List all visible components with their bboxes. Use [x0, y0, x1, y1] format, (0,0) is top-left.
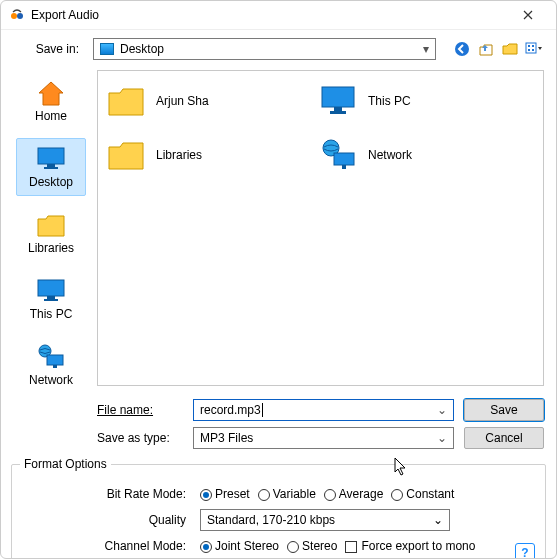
svg-rect-3 — [526, 43, 536, 53]
sidebar-item-label: Desktop — [29, 175, 73, 189]
network-icon — [318, 137, 358, 173]
svg-rect-22 — [342, 165, 346, 169]
up-one-level-button[interactable] — [476, 39, 496, 59]
svg-rect-18 — [334, 107, 342, 111]
svg-rect-7 — [532, 49, 534, 51]
sidebar-item-libraries[interactable]: Libraries — [16, 204, 86, 262]
sidebar-item-thispc[interactable]: This PC — [16, 270, 86, 328]
chevron-down-icon: ⌄ — [433, 513, 443, 527]
bitrate-label: Bit Rate Mode: — [24, 487, 192, 501]
filename-input[interactable]: record.mp3 ⌄ — [193, 399, 454, 421]
channel-radio-stereo[interactable]: Stereo — [287, 539, 337, 553]
file-item-network[interactable]: Network — [318, 137, 518, 173]
savetype-dropdown[interactable]: MP3 Files ⌄ — [193, 427, 454, 449]
desktop-icon — [35, 145, 67, 173]
sidebar-item-network[interactable]: Network — [16, 336, 86, 394]
svg-rect-16 — [53, 365, 57, 368]
quality-label: Quality — [24, 513, 192, 527]
channel-row: Channel Mode: Joint Stereo Stereo Force … — [24, 533, 533, 559]
filename-form: File name: record.mp3 ⌄ Save Save as typ… — [1, 394, 556, 460]
save-in-label: Save in: — [13, 42, 85, 56]
filename-value: record.mp3 — [200, 403, 263, 417]
sidebar-item-label: This PC — [30, 307, 73, 321]
svg-rect-10 — [44, 167, 58, 169]
close-button[interactable] — [508, 1, 548, 29]
desktop-icon — [100, 43, 114, 55]
cursor-icon — [393, 457, 409, 477]
format-options-group: Format Options Bit Rate Mode: Preset Var… — [11, 464, 546, 559]
quality-dropdown[interactable]: Standard, 170-210 kbps ⌄ — [200, 509, 450, 531]
file-item-thispc[interactable]: This PC — [318, 83, 518, 119]
places-sidebar: Home Desktop Libraries This PC Network — [13, 66, 89, 394]
channel-radio-joint[interactable]: Joint Stereo — [200, 539, 279, 553]
svg-rect-15 — [47, 355, 63, 365]
network-icon — [35, 343, 67, 371]
file-item-folder[interactable]: Arjun Sha — [106, 83, 306, 119]
bitrate-radio-average[interactable]: Average — [324, 487, 383, 501]
bitrate-row: Bit Rate Mode: Preset Variable Average C… — [24, 481, 533, 507]
sidebar-item-home[interactable]: Home — [16, 72, 86, 130]
save-in-bar: Save in: Desktop ▾ — [1, 30, 556, 66]
svg-rect-11 — [38, 280, 64, 296]
file-list[interactable]: Arjun Sha This PC Libraries Network — [97, 70, 544, 386]
body-area: Home Desktop Libraries This PC Network — [1, 66, 556, 394]
svg-point-1 — [17, 13, 23, 19]
computer-icon — [35, 277, 67, 305]
channel-label: Channel Mode: — [24, 539, 192, 553]
svg-rect-12 — [47, 296, 55, 299]
view-menu-button[interactable] — [524, 39, 544, 59]
svg-rect-17 — [322, 87, 354, 107]
sidebar-item-label: Home — [35, 109, 67, 123]
chevron-down-icon: ⌄ — [437, 403, 447, 417]
svg-point-0 — [11, 13, 17, 19]
force-mono-checkbox[interactable]: Force export to mono — [345, 539, 475, 553]
app-icon — [9, 7, 25, 23]
home-icon — [35, 79, 67, 107]
file-item-folder[interactable]: Libraries — [106, 137, 306, 173]
folder-icon — [106, 137, 146, 173]
sidebar-item-label: Network — [29, 373, 73, 387]
computer-icon — [318, 83, 358, 119]
file-label: Libraries — [156, 148, 202, 162]
chevron-down-icon: ▾ — [423, 42, 429, 56]
sidebar-item-label: Libraries — [28, 241, 74, 255]
groupbox-title: Format Options — [20, 457, 111, 471]
export-audio-dialog: Export Audio Save in: Desktop ▾ — [0, 0, 557, 559]
window-title: Export Audio — [31, 8, 508, 22]
help-button[interactable]: ? — [515, 543, 535, 559]
bitrate-radio-preset[interactable]: Preset — [200, 487, 250, 501]
libraries-icon — [35, 211, 67, 239]
back-button[interactable] — [452, 39, 472, 59]
svg-rect-8 — [38, 148, 64, 164]
savetype-label: Save as type: — [13, 431, 183, 445]
svg-rect-9 — [47, 164, 55, 167]
chevron-down-icon: ⌄ — [437, 431, 447, 445]
save-in-value: Desktop — [120, 42, 164, 56]
bitrate-radio-constant[interactable]: Constant — [391, 487, 454, 501]
folder-icon — [106, 83, 146, 119]
toolbar-buttons — [452, 39, 544, 59]
svg-rect-4 — [528, 45, 530, 47]
file-label: This PC — [368, 94, 411, 108]
titlebar: Export Audio — [1, 1, 556, 30]
svg-rect-13 — [44, 299, 58, 301]
save-button[interactable]: Save — [464, 399, 544, 421]
filename-label: File name: — [13, 403, 183, 417]
svg-rect-19 — [330, 111, 346, 114]
bitrate-radio-variable[interactable]: Variable — [258, 487, 316, 501]
svg-point-2 — [455, 42, 469, 56]
sidebar-item-desktop[interactable]: Desktop — [16, 138, 86, 196]
quality-row: Quality Standard, 170-210 kbps ⌄ — [24, 507, 533, 533]
new-folder-button[interactable] — [500, 39, 520, 59]
cancel-button[interactable]: Cancel — [464, 427, 544, 449]
file-label: Arjun Sha — [156, 94, 209, 108]
savetype-value: MP3 Files — [200, 431, 253, 445]
file-label: Network — [368, 148, 412, 162]
svg-rect-5 — [532, 45, 534, 47]
save-in-dropdown[interactable]: Desktop ▾ — [93, 38, 436, 60]
svg-rect-21 — [334, 153, 354, 165]
svg-rect-6 — [528, 49, 530, 51]
quality-value: Standard, 170-210 kbps — [207, 513, 335, 527]
